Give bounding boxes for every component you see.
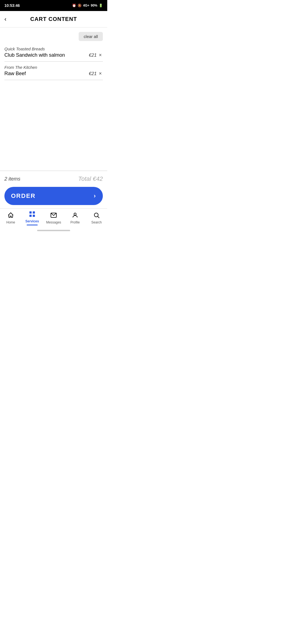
content-area: clear all Quick Toasted Breads Club Sand… [0, 28, 107, 125]
nav-item-messages[interactable]: Messages [45, 212, 62, 224]
nav-active-indicator [27, 225, 38, 225]
nav-item-home[interactable]: Home [2, 212, 19, 224]
svg-line-7 [98, 217, 100, 218]
cart-item-name: Raw Beef [4, 71, 26, 77]
svg-rect-3 [33, 215, 35, 217]
svg-rect-2 [29, 215, 32, 217]
nav-item-services[interactable]: Services [24, 211, 40, 225]
home-indicator [0, 228, 107, 232]
clear-all-button[interactable]: clear all [79, 32, 103, 41]
summary-row: 2 items Total €42 [4, 175, 103, 182]
order-button-chevron: › [94, 192, 96, 200]
nav-label-search: Search [91, 220, 102, 224]
home-indicator-bar [37, 230, 70, 231]
search-icon [93, 212, 100, 220]
cart-item-category: From The Kitchen [4, 65, 103, 70]
svg-point-5 [74, 213, 76, 215]
cart-item-price-remove: €21 × [89, 52, 103, 58]
page-title: CART CONTENT [30, 16, 77, 22]
nav-label-home: Home [6, 220, 15, 224]
bottom-nav: Home Services [0, 208, 107, 228]
order-button[interactable]: ORDER › [4, 187, 103, 205]
signal-icon: 4G+ [83, 4, 89, 7]
back-button[interactable]: ‹ [4, 16, 6, 23]
status-bar: 10:53:46 ⏰ 🔕 4G+ 90% 🔋 [0, 0, 107, 11]
services-icon [29, 211, 35, 219]
items-count: 2 items [4, 176, 20, 182]
order-button-label: ORDER [11, 192, 35, 200]
remove-item-button[interactable]: × [98, 52, 103, 58]
alarm-icon: ⏰ [72, 4, 76, 7]
mute-icon: 🔕 [78, 4, 82, 7]
cart-item: From The Kitchen Raw Beef €21 × [4, 62, 103, 80]
clear-all-row: clear all [4, 28, 103, 43]
home-icon [7, 212, 14, 220]
content-spacer [0, 125, 107, 171]
nav-label-profile: Profile [70, 220, 80, 224]
cart-item-category: Quick Toasted Breads [4, 47, 103, 51]
footer-summary: 2 items Total €42 ORDER › [0, 171, 107, 208]
svg-rect-1 [33, 211, 35, 214]
main-content: clear all Quick Toasted Breads Club Sand… [0, 28, 107, 232]
status-time: 10:53:46 [4, 3, 20, 8]
battery-icon: 🔋 [99, 4, 103, 7]
cart-item-name: Club Sandwich with salmon [4, 52, 65, 58]
cart-item-price: €21 [89, 71, 97, 77]
messages-icon [50, 212, 57, 220]
page-wrapper: 10:53:46 ⏰ 🔕 4G+ 90% 🔋 ‹ CART CONTENT cl… [0, 0, 107, 232]
profile-icon [72, 212, 78, 220]
cart-item-row: Raw Beef €21 × [4, 71, 103, 77]
nav-item-profile[interactable]: Profile [67, 212, 83, 224]
battery-indicator: 90% [91, 4, 97, 7]
nav-item-search[interactable]: Search [88, 212, 105, 224]
status-icons: ⏰ 🔕 4G+ 90% 🔋 [72, 4, 103, 7]
nav-label-services: Services [25, 219, 39, 223]
total-text: Total €42 [78, 175, 103, 182]
cart-item: Quick Toasted Breads Club Sandwich with … [4, 43, 103, 62]
cart-items-list: Quick Toasted Breads Club Sandwich with … [4, 43, 103, 80]
remove-item-button[interactable]: × [98, 71, 103, 77]
cart-item-row: Club Sandwich with salmon €21 × [4, 52, 103, 58]
cart-item-price: €21 [89, 53, 97, 58]
cart-item-price-remove: €21 × [89, 71, 103, 77]
nav-label-messages: Messages [46, 220, 61, 224]
svg-point-6 [94, 213, 98, 217]
svg-rect-0 [29, 211, 32, 214]
page-header: ‹ CART CONTENT [0, 11, 107, 28]
